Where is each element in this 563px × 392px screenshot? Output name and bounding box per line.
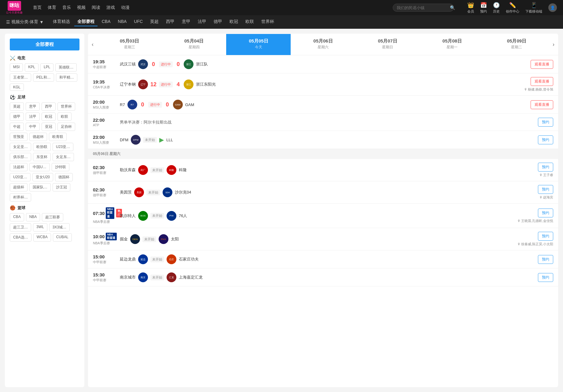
- nav-read[interactable]: 阅读: [92, 5, 100, 10]
- download-btn[interactable]: 📱 下载移动端: [525, 2, 542, 14]
- tag-supercup2[interactable]: 超级杯: [10, 183, 28, 191]
- reserve-button[interactable]: 预约: [538, 163, 553, 172]
- reserve-button[interactable]: 预约: [538, 209, 553, 217]
- user-avatar[interactable]: 👤: [548, 3, 557, 12]
- nav-video[interactable]: 视频: [77, 5, 86, 10]
- tag-pel[interactable]: PEL和…: [33, 73, 54, 82]
- tag-laliga2[interactable]: 西甲: [42, 102, 56, 111]
- tag-dfb[interactable]: 德国杯: [55, 173, 73, 181]
- tab-laliga[interactable]: 西甲: [163, 18, 178, 26]
- reserve-button[interactable]: 预约: [538, 232, 553, 241]
- all-schedule-button[interactable]: 全部赛程: [10, 39, 79, 50]
- tag-bundesliga2[interactable]: 德甲: [10, 113, 24, 121]
- tab-bundesliga[interactable]: 德甲: [211, 18, 225, 26]
- create-btn[interactable]: ✏️ 创作中心: [506, 2, 519, 14]
- tag-lol[interactable]: 英雄联…: [55, 63, 77, 72]
- tab-premier-league[interactable]: 英超: [147, 18, 162, 26]
- tag-u23asian[interactable]: U23亚…: [53, 143, 73, 151]
- date-tab-1[interactable]: 05月04日 星期四: [162, 34, 226, 55]
- tag-u20asian[interactable]: U20亚…: [10, 173, 31, 181]
- nav-anime[interactable]: 动漫: [121, 5, 130, 10]
- tag-premierleague[interactable]: 英超: [10, 102, 24, 111]
- reserve-button[interactable]: 预约: [538, 118, 553, 127]
- reserve-button[interactable]: 预约: [538, 273, 553, 282]
- date-tab-5[interactable]: 05月08日 星期一: [420, 34, 484, 55]
- tag-3x3[interactable]: 3X3城…: [49, 223, 70, 231]
- tag-acl[interactable]: 亚冠: [42, 123, 56, 131]
- tag-uecl[interactable]: 欧协联: [33, 143, 51, 151]
- menu-button[interactable]: ☰ 视频分类·体育 ▼: [6, 19, 44, 25]
- tab-sports-picks[interactable]: 体育精选: [50, 18, 73, 26]
- search-bar[interactable]: 🔍: [393, 4, 454, 12]
- nav-sports[interactable]: 体育: [48, 5, 56, 10]
- date-tab-2[interactable]: 05月05日 今天: [226, 34, 291, 55]
- nav-music[interactable]: 音乐: [62, 5, 71, 10]
- tag-eaff[interactable]: 东亚杯: [33, 153, 51, 161]
- tag-eu-youth[interactable]: 欧青联: [49, 133, 67, 141]
- tag-msi[interactable]: MSI: [10, 63, 23, 72]
- tab-ligue1[interactable]: 法甲: [195, 18, 209, 26]
- tag-clubwc[interactable]: 俱乐部…: [10, 153, 31, 161]
- tag-worldcup[interactable]: 世界杯: [57, 102, 75, 111]
- tag-super3g[interactable]: 超三卫…: [10, 223, 31, 231]
- date-prev-arrow[interactable]: ‹: [88, 34, 97, 55]
- reserve-icon-btn[interactable]: 📅 预约: [480, 2, 487, 14]
- tag-uel2[interactable]: 欧联: [57, 113, 72, 121]
- tag-cbasel[interactable]: CBA选…: [10, 233, 31, 242]
- tag-nba2[interactable]: NBA: [26, 213, 40, 221]
- nav-home[interactable]: 首页: [33, 5, 42, 10]
- tag-cnu[interactable]: 中国U…: [29, 163, 50, 171]
- tag-worldq[interactable]: 世预亚: [10, 133, 28, 141]
- vip-btn[interactable]: 👑 会员: [467, 2, 474, 14]
- tab-nba[interactable]: NBA: [115, 18, 130, 26]
- tag-national[interactable]: 国家队…: [29, 183, 51, 191]
- tag-sakingcup[interactable]: 沙王冠: [53, 183, 70, 191]
- tag-village[interactable]: 村界杯…: [10, 193, 31, 202]
- tab-world-cup[interactable]: 世界杯: [258, 18, 277, 26]
- tag-kgl[interactable]: KGL: [10, 83, 24, 91]
- date-tab-3[interactable]: 05月06日 星期六: [291, 34, 355, 55]
- tag-cubal[interactable]: CUBAL: [53, 233, 72, 242]
- tab-serie-a[interactable]: 意甲: [179, 18, 193, 26]
- watch-button[interactable]: 观看直播: [531, 100, 553, 109]
- reserve-button[interactable]: 预约: [538, 255, 553, 264]
- tab-all-schedule[interactable]: 全部赛程: [74, 18, 98, 26]
- away-team-name: 科隆: [179, 167, 187, 173]
- reserve-button[interactable]: 预约: [538, 135, 553, 144]
- watch-button[interactable]: 观看直播: [531, 77, 553, 86]
- tab-ufc[interactable]: UFC: [131, 18, 146, 26]
- date-next-arrow[interactable]: ›: [549, 34, 558, 55]
- nav-game[interactable]: 游戏: [106, 5, 115, 10]
- date-tab-4[interactable]: 05月07日 星期日: [355, 34, 420, 55]
- tag-c2[interactable]: 中甲: [26, 123, 40, 131]
- tab-ucl[interactable]: 欧冠: [226, 18, 241, 26]
- tag-honor[interactable]: 王者荣…: [10, 73, 31, 82]
- tag-seriea[interactable]: 意甲: [26, 102, 40, 111]
- tag-cba2[interactable]: CBA: [10, 213, 24, 221]
- tag-awfc[interactable]: 亚女U20: [32, 173, 53, 181]
- tab-cba[interactable]: CBA: [99, 18, 114, 26]
- tag-wcba[interactable]: WCBA: [33, 233, 51, 242]
- tag-supercup[interactable]: 德超杯: [29, 133, 47, 141]
- tag-frsuper[interactable]: 法超杯: [10, 163, 28, 171]
- search-input[interactable]: [397, 6, 448, 10]
- tag-csl[interactable]: 中超: [10, 123, 24, 131]
- tag-womenasian[interactable]: 女足亚…: [10, 143, 31, 151]
- date-tab-0[interactable]: 05月03日 星期三: [97, 34, 162, 55]
- reserve-button[interactable]: 预约: [538, 185, 553, 194]
- tag-ucl2[interactable]: 欧冠: [42, 113, 56, 121]
- history-btn[interactable]: 🕐 历史: [493, 2, 500, 14]
- tag-facup[interactable]: 足协杯: [57, 123, 75, 131]
- tag-spfl[interactable]: 沙特联: [52, 163, 69, 171]
- tag-ligue12[interactable]: 法甲: [26, 113, 40, 121]
- tab-uel[interactable]: 欧联: [242, 18, 257, 26]
- tag-super3[interactable]: 超三联赛: [42, 213, 63, 221]
- tag-peace[interactable]: 和平精…: [56, 73, 77, 82]
- tag-womeneast[interactable]: 女足东…: [53, 153, 74, 161]
- logo[interactable]: 咪咕 让今天更有趣: [6, 1, 23, 15]
- watch-button[interactable]: 观看直播: [531, 60, 553, 69]
- tag-kpl[interactable]: KPL: [25, 63, 39, 72]
- tag-3wl[interactable]: 3WL: [33, 223, 47, 231]
- date-tab-6[interactable]: 05月09日 星期二: [484, 34, 549, 55]
- tag-lpl[interactable]: LPL: [40, 63, 53, 72]
